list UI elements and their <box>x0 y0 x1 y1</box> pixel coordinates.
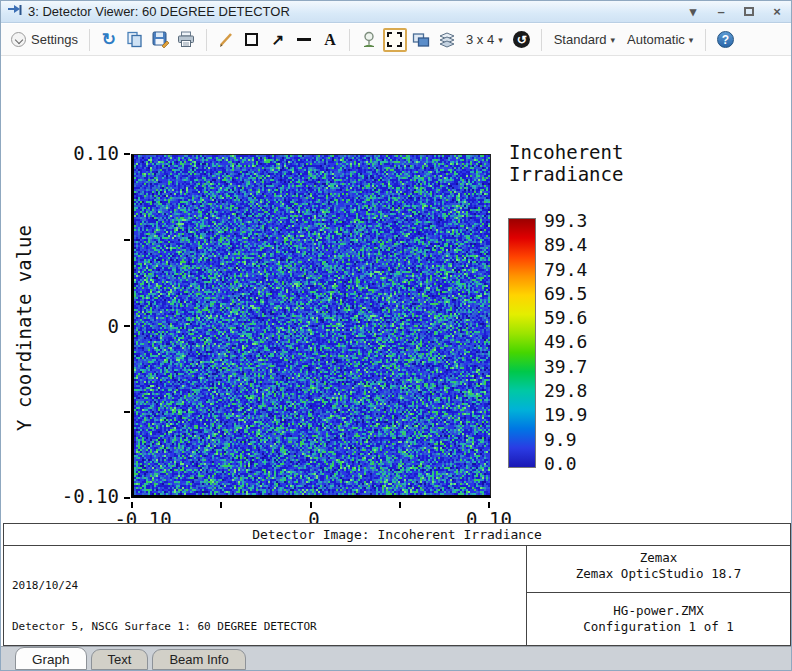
file-config-cell: HG-power.ZMX Configuration 1 of 1 <box>527 593 790 645</box>
maximize-icon <box>744 7 754 16</box>
settings-label: Settings <box>31 32 78 47</box>
branding-line1: Zemax <box>527 550 790 566</box>
refresh-button[interactable]: ↻ <box>97 28 121 52</box>
minimize-button[interactable]: – <box>711 4 731 20</box>
detector-summary-text: 2018/10/24 Detector 5, NSCG Surface 1: 6… <box>4 546 526 645</box>
help-icon: ? <box>717 31 734 48</box>
info-line-detector: Detector 5, NSCG Surface 1: 60 DEGREE DE… <box>12 620 518 634</box>
tab-text[interactable]: Text <box>91 649 149 670</box>
colorbar-label: 49.6 <box>544 331 587 352</box>
grid-size-value: 3 x 4 <box>466 32 494 47</box>
branding-cell: Zemax Zemax OpticStudio 18.7 <box>527 546 790 593</box>
pencil-icon <box>218 32 234 48</box>
plot-style-value: Standard <box>554 32 607 47</box>
y-tick <box>124 497 130 499</box>
y-tick-label-zero: 0 <box>57 315 119 337</box>
toolbar-separator <box>349 29 350 51</box>
legend-title-line1: Incoherent <box>509 141 623 163</box>
title-bar: 3: Detector Viewer: 60 DEGREE DETECTOR ▾… <box>1 1 792 23</box>
chevron-down-icon: ▾ <box>689 35 694 45</box>
colorbar-label: 0.0 <box>544 453 587 474</box>
print-button[interactable] <box>175 28 199 52</box>
chevron-down-icon: ▾ <box>610 35 615 45</box>
legend-title: Incoherent Irradiance <box>509 141 623 185</box>
colorbar-label: 9.9 <box>544 429 587 450</box>
file-name: HG-power.ZMX <box>527 603 790 619</box>
maximize-button[interactable] <box>739 4 759 20</box>
y-tick <box>124 239 130 241</box>
refresh-mode-dropdown[interactable]: Automatic ▾ <box>622 28 698 52</box>
info-panel-header: Detector Image: Incoherent Irradiance <box>4 524 790 546</box>
y-axis-title: Y coordinate value <box>13 198 35 458</box>
window-menu-button[interactable]: ▾ <box>683 4 703 20</box>
save-button[interactable] <box>149 28 173 52</box>
colorbar-label: 99.3 <box>544 210 587 231</box>
toolbar: Settings ↻ <box>1 24 792 56</box>
toolbar-separator <box>541 29 542 51</box>
window-title: 3: Detector Viewer: 60 DEGREE DETECTOR <box>28 4 290 19</box>
print-icon <box>177 31 196 48</box>
fit-window-button[interactable] <box>383 28 407 52</box>
reset-button[interactable]: ↺ <box>510 28 534 52</box>
toolbar-separator <box>89 29 90 51</box>
configurations-button[interactable] <box>435 28 459 52</box>
branding-line2: Zemax OpticStudio 18.7 <box>527 566 790 582</box>
chevron-down-icon: ▾ <box>498 35 503 45</box>
line-annotation-button[interactable] <box>214 28 238 52</box>
tab-bar: Graph Text Beam Info <box>1 646 792 671</box>
copy-icon <box>126 31 143 48</box>
refresh-mode-value: Automatic <box>627 32 685 47</box>
help-button[interactable]: ? <box>713 28 737 52</box>
colorbar-label: 89.4 <box>544 234 587 255</box>
window-size-button[interactable] <box>409 28 433 52</box>
rectangle-annotation-button[interactable] <box>240 28 264 52</box>
detector-image-plot[interactable] <box>131 154 491 498</box>
y-tick-label-max: 0.10 <box>57 142 119 164</box>
detector-viewer-window: 3: Detector Viewer: 60 DEGREE DETECTOR ▾… <box>0 0 792 671</box>
colorbar-label: 39.7 <box>544 356 587 377</box>
close-button[interactable]: × <box>767 4 787 20</box>
colorbar-label: 79.4 <box>544 259 587 280</box>
y-tick <box>124 153 130 155</box>
colorbar-label: 69.5 <box>544 283 587 304</box>
info-panel: Detector Image: Incoherent Irradiance 20… <box>3 523 791 646</box>
graph-area: 0.10 0 -0.10 Y coordinate value -0.10 0 … <box>1 56 792 523</box>
reset-icon: ↺ <box>513 31 530 48</box>
dock-window-icon <box>7 5 23 19</box>
toolbar-separator <box>206 29 207 51</box>
colorbar-label: 29.8 <box>544 380 587 401</box>
legend-title-line2: Irradiance <box>509 163 623 185</box>
dash-annotation-button[interactable] <box>292 28 316 52</box>
text-annotation-button[interactable]: A <box>318 28 342 52</box>
colorbar <box>508 218 536 468</box>
save-icon <box>152 31 170 48</box>
configuration-label: Configuration 1 of 1 <box>527 619 790 635</box>
info-panel-right: Zemax Zemax OpticStudio 18.7 HG-power.ZM… <box>526 546 790 645</box>
copy-button[interactable] <box>123 28 147 52</box>
y-tick-label-min: -0.10 <box>57 485 119 507</box>
stacked-layers-icon <box>438 32 456 48</box>
tab-beam-info[interactable]: Beam Info <box>152 649 245 670</box>
dash-icon <box>297 38 311 41</box>
x-tick <box>399 502 401 508</box>
colorbar-labels: 99.3 89.4 79.4 69.5 59.6 49.6 39.7 29.8 … <box>544 210 587 474</box>
colorbar-label: 19.9 <box>544 404 587 425</box>
rectangle-icon <box>245 33 258 46</box>
settings-button[interactable]: Settings <box>7 28 82 52</box>
chevron-down-circle-icon <box>11 32 26 47</box>
fit-corners-icon <box>387 32 402 47</box>
info-line-date: 2018/10/24 <box>12 579 518 593</box>
lamp-magnifier-icon <box>361 31 377 48</box>
y-tick <box>124 325 130 327</box>
arrow-annotation-button[interactable]: ↗ <box>266 28 290 52</box>
toolbar-separator <box>705 29 706 51</box>
overlapping-windows-icon <box>412 32 430 48</box>
y-tick <box>124 411 130 413</box>
active-cursor-button[interactable] <box>357 28 381 52</box>
x-tick <box>220 502 222 508</box>
detector-noise-image <box>134 155 490 495</box>
plot-style-dropdown[interactable]: Standard ▾ <box>549 28 620 52</box>
colorbar-label: 59.6 <box>544 307 587 328</box>
tab-graph[interactable]: Graph <box>15 647 87 670</box>
grid-size-dropdown[interactable]: 3 x 4 ▾ <box>461 28 508 52</box>
